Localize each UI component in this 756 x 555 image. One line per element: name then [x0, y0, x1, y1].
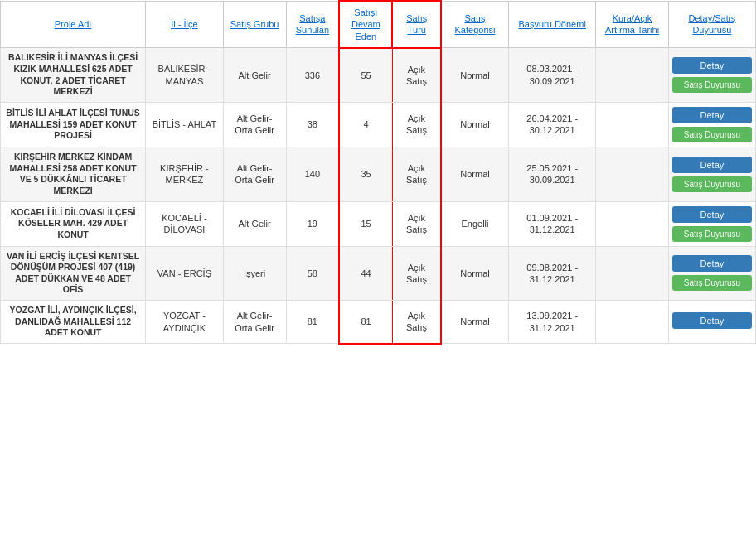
satis-duyurusu-button[interactable]: Satış Duyurusu — [672, 127, 752, 142]
cell-kura-acik — [596, 48, 669, 103]
cell-proje-adi: KOCAELİ İLİ DİLOVASI İLÇESİ KÖSELER MAH.… — [1, 201, 146, 246]
cell-satis-kategorisi: Normal — [441, 102, 509, 147]
cell-proje-adi: VAN İLİ ERCİŞ İLÇESİ KENTSEL DÖNÜŞÜM PRO… — [1, 246, 146, 301]
cell-kura-acik — [596, 301, 669, 344]
cell-kura-acik — [596, 246, 669, 301]
cell-proje-adi: KIRŞEHİR MERKEZ KİNDAM MAHALLESİ 258 ADE… — [1, 147, 146, 201]
cell-satis-grubu: Alt Gelir- Orta Gelir — [223, 301, 286, 344]
cell-satis-kategorisi: Normal — [441, 246, 509, 301]
cell-satis-devam-eden: 81 — [339, 301, 392, 344]
detay-button[interactable]: Detay — [672, 57, 752, 74]
cell-basvuru-donemi: 08.03.2021 - 30.09.2021 — [509, 48, 596, 103]
table-row: KOCAELİ İLİ DİLOVASI İLÇESİ KÖSELER MAH.… — [1, 201, 756, 246]
table-body: BALIKESİR İLİ MANYAS İLÇESİ KIZIK MAHALL… — [1, 48, 756, 344]
cell-satis-devam-eden: 44 — [339, 246, 392, 301]
satis-duyurusu-button[interactable]: Satış Duyurusu — [672, 226, 752, 242]
cell-satis-turu: Açık Satış — [392, 301, 440, 344]
cell-satis-turu: Açık Satış — [392, 201, 440, 246]
cell-proje-adi: YOZGAT İLİ, AYDINÇIK İLÇESİ, DANLIDAĞ MA… — [1, 301, 146, 344]
main-table-wrapper: Proje Adı İl - İlçe Satış Grubu Satışa S… — [0, 0, 756, 345]
cell-satis-devam-eden: 35 — [339, 147, 392, 201]
cell-basvuru-donemi: 09.08.2021 - 31.12.2021 — [509, 246, 596, 301]
header-detay-satis: Detay/Satış Duyurusu — [668, 1, 755, 48]
cell-proje-adi: BİTLİS İLİ AHLAT İLÇESİ TUNUS MAHALLESİ … — [1, 102, 146, 147]
cell-kura-acik — [596, 147, 669, 201]
cell-basvuru-donemi: 26.04.2021 - 30.12.2021 — [509, 102, 596, 147]
detay-button[interactable]: Detay — [672, 255, 752, 272]
cell-satis-grubu: Alt Gelir — [223, 201, 286, 246]
detay-button[interactable]: Detay — [672, 206, 752, 223]
cell-il-ilce: VAN - ERCİŞ — [146, 246, 223, 301]
header-proje-adi[interactable]: Proje Adı — [1, 1, 146, 48]
cell-satis-kategorisi: Normal — [441, 48, 509, 103]
cell-satis-turu: Açık Satış — [392, 48, 440, 103]
header-il-ilce[interactable]: İl - İlçe — [146, 1, 223, 48]
cell-satis-grubu: İşyeri — [223, 246, 286, 301]
projects-table: Proje Adı İl - İlçe Satış Grubu Satışa S… — [0, 0, 756, 345]
table-row: BİTLİS İLİ AHLAT İLÇESİ TUNUS MAHALLESİ … — [1, 102, 756, 147]
header-satis-kategorisi[interactable]: Satış Kategorisi — [441, 1, 509, 48]
table-row: BALIKESİR İLİ MANYAS İLÇESİ KIZIK MAHALL… — [1, 48, 756, 103]
cell-proje-adi: BALIKESİR İLİ MANYAS İLÇESİ KIZIK MAHALL… — [1, 48, 146, 103]
cell-basvuru-donemi: 13.09.2021 - 31.12.2021 — [509, 301, 596, 344]
detay-button[interactable]: Detay — [672, 157, 752, 173]
cell-basvuru-donemi: 25.05.2021 - 30.09.2021 — [509, 147, 596, 201]
cell-kura-acik — [596, 201, 669, 246]
cell-il-ilce: KIRŞEHİR - MERKEZ — [146, 147, 223, 201]
cell-detay-satis: DetaySatış Duyurusu — [668, 147, 755, 201]
cell-satis-kategorisi: Engelli — [441, 201, 509, 246]
cell-il-ilce: YOZGAT - AYDINÇIK — [146, 301, 223, 344]
cell-satisa-sunulan: 81 — [286, 301, 339, 344]
header-satis-grubu[interactable]: Satış Grubu — [223, 1, 286, 48]
detay-button[interactable]: Detay — [672, 107, 752, 123]
header-basvuru-donemi[interactable]: Başvuru Dönemi — [509, 1, 596, 48]
satis-duyurusu-button[interactable]: Satış Duyurusu — [672, 176, 752, 192]
header-satisa-sunulan[interactable]: Satışa Sunulan — [286, 1, 339, 48]
cell-satis-grubu: Alt Gelir- Orta Gelir — [223, 147, 286, 201]
cell-il-ilce: BİTLİS - AHLAT — [146, 102, 223, 147]
header-satis-devam-eden[interactable]: Satışı Devam Eden — [339, 1, 392, 48]
cell-satis-kategorisi: Normal — [441, 301, 509, 344]
table-row: YOZGAT İLİ, AYDINÇIK İLÇESİ, DANLIDAĞ MA… — [1, 301, 756, 344]
cell-detay-satis: Detay — [668, 301, 755, 344]
cell-satis-devam-eden: 15 — [339, 201, 392, 246]
cell-satis-grubu: Alt Gelir- Orta Gelir — [223, 102, 286, 147]
satis-duyurusu-button[interactable]: Satış Duyurusu — [672, 77, 752, 93]
header-kura-acik: Kura/Açık Artırma Tarihi — [596, 1, 669, 48]
cell-detay-satis: DetaySatış Duyurusu — [668, 201, 755, 246]
table-row: VAN İLİ ERCİŞ İLÇESİ KENTSEL DÖNÜŞÜM PRO… — [1, 246, 756, 301]
cell-satis-turu: Açık Satış — [392, 147, 440, 201]
cell-detay-satis: DetaySatış Duyurusu — [668, 246, 755, 301]
cell-il-ilce: KOCAELİ - DİLOVASI — [146, 201, 223, 246]
table-header-row: Proje Adı İl - İlçe Satış Grubu Satışa S… — [1, 1, 756, 48]
cell-satisa-sunulan: 19 — [286, 201, 339, 246]
cell-satis-turu: Açık Satış — [392, 102, 440, 147]
cell-detay-satis: DetaySatış Duyurusu — [668, 48, 755, 103]
cell-basvuru-donemi: 01.09.2021 - 31.12.2021 — [509, 201, 596, 246]
cell-satisa-sunulan: 140 — [286, 147, 339, 201]
header-satis-turu[interactable]: Satış Türü — [392, 1, 440, 48]
table-row: KIRŞEHİR MERKEZ KİNDAM MAHALLESİ 258 ADE… — [1, 147, 756, 201]
cell-satisa-sunulan: 58 — [286, 246, 339, 301]
cell-il-ilce: BALIKESİR - MANYAS — [146, 48, 223, 103]
cell-satis-devam-eden: 55 — [339, 48, 392, 103]
cell-satis-kategorisi: Normal — [441, 147, 509, 201]
cell-satisa-sunulan: 38 — [286, 102, 339, 147]
detay-button[interactable]: Detay — [672, 312, 752, 329]
cell-satis-grubu: Alt Gelir — [223, 48, 286, 103]
cell-kura-acik — [596, 102, 669, 147]
cell-satis-turu: Açık Satış — [392, 246, 440, 301]
satis-duyurusu-button[interactable]: Satış Duyurusu — [672, 275, 752, 291]
cell-detay-satis: DetaySatış Duyurusu — [668, 102, 755, 147]
cell-satis-devam-eden: 4 — [339, 102, 392, 147]
cell-satisa-sunulan: 336 — [286, 48, 339, 103]
